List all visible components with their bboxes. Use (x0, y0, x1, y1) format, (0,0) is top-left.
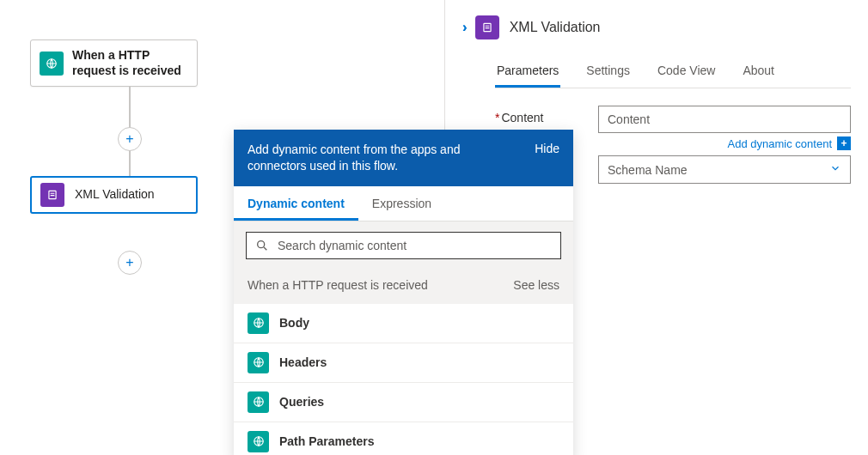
schema-placeholder: Schema Name (608, 163, 688, 177)
xml-validation-icon (475, 15, 499, 39)
dc-item-label: Path Parameters (279, 434, 375, 448)
content-field-label: *Content (495, 106, 598, 124)
xml-validation-icon (40, 183, 64, 207)
add-dynamic-content-icon: + (837, 136, 851, 150)
search-icon (255, 239, 269, 252)
svg-line-3 (264, 247, 266, 250)
chevron-down-icon (829, 162, 841, 177)
content-input[interactable] (598, 106, 851, 133)
trigger-node-label: When a HTTP request is received (72, 48, 188, 78)
http-request-icon (40, 52, 64, 76)
action-node-xml-validation[interactable]: XML Validation (30, 176, 198, 214)
http-request-icon (248, 312, 269, 334)
dc-item-label: Body (279, 316, 309, 330)
details-tabs: Parameters Settings Code View About (495, 55, 851, 88)
add-step-button[interactable]: + (118, 127, 142, 151)
designer-canvas: When a HTTP request is received + XML Va… (0, 0, 445, 455)
tab-code-view[interactable]: Code View (656, 55, 717, 88)
action-node-label: XML Validation (73, 187, 155, 203)
details-pane: ›› XML Validation Parameters Settings Co… (445, 0, 868, 455)
add-dynamic-content-link[interactable]: Add dynamic content + (598, 136, 851, 150)
http-request-icon (248, 431, 269, 452)
tab-settings[interactable]: Settings (584, 55, 632, 88)
http-request-icon (248, 391, 269, 413)
details-title: XML Validation (510, 20, 601, 35)
expand-pane-button[interactable]: ›› (462, 20, 463, 35)
tab-expression[interactable]: Expression (358, 186, 445, 221)
http-request-icon (248, 352, 269, 373)
tab-parameters[interactable]: Parameters (495, 55, 560, 88)
schema-field-label (495, 155, 598, 161)
schema-name-select[interactable]: Schema Name (598, 155, 851, 184)
tab-about[interactable]: About (741, 55, 776, 88)
trigger-node-http-request[interactable]: When a HTTP request is received (30, 39, 198, 87)
dc-item-label: Queries (279, 395, 324, 409)
svg-point-2 (258, 240, 265, 247)
dc-item-label: Headers (279, 355, 327, 369)
tab-dynamic-content[interactable]: Dynamic content (234, 186, 358, 221)
add-step-button[interactable]: + (118, 251, 142, 275)
group-title: When a HTTP request is received (248, 278, 428, 292)
